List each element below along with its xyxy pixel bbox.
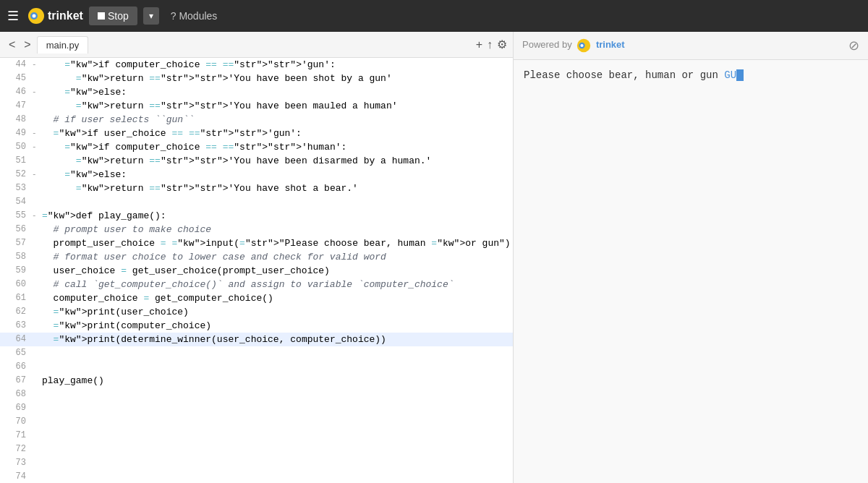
settings-button[interactable]: ⚙ xyxy=(497,38,507,51)
file-tab[interactable]: main.py xyxy=(37,36,89,54)
add-file-button[interactable]: + xyxy=(476,38,482,51)
trinket-small-logo xyxy=(576,38,591,53)
code-line: 50- ="kw">if computer_choice == =="str">… xyxy=(0,140,513,154)
line-content: ="kw">return =="str">"str">'You have bee… xyxy=(42,99,398,113)
code-line: 72 xyxy=(0,443,513,456)
code-line: 67play_game() xyxy=(0,374,513,388)
line-number: 46 xyxy=(3,85,26,99)
line-arrow xyxy=(32,401,39,415)
line-content: play_game() xyxy=(42,374,104,388)
line-arrow xyxy=(32,346,39,360)
hamburger-icon[interactable]: ☰ xyxy=(7,8,19,24)
line-arrow: - xyxy=(32,85,39,99)
line-content: ="kw">if computer_choice == =="str">"str… xyxy=(42,58,336,72)
nav-next-button[interactable]: > xyxy=(21,37,33,53)
line-content: ="kw">print(determine_winner(user_choice… xyxy=(42,333,386,346)
line-content: ="kw">else: xyxy=(42,85,127,99)
code-editor[interactable]: 44- ="kw">if computer_choice == =="str">… xyxy=(0,58,513,483)
line-number: 70 xyxy=(3,415,26,429)
line-number: 52 xyxy=(3,168,26,181)
line-content: ="kw">return =="str">"str">'You have sho… xyxy=(42,181,358,195)
line-number: 64 xyxy=(3,333,26,346)
line-content: ="kw">print(computer_choice) xyxy=(42,319,211,333)
line-number: 49 xyxy=(3,127,26,140)
line-arrow xyxy=(32,360,39,374)
line-content: user_choice = get_user_choice(prompt_use… xyxy=(42,264,330,278)
line-arrow: - xyxy=(32,168,39,181)
line-content: ="kw">if computer_choice == =="str">"str… xyxy=(42,140,346,154)
line-arrow xyxy=(32,429,39,443)
line-number: 53 xyxy=(3,181,26,195)
line-number: 45 xyxy=(3,72,26,85)
trinket-output-name: trinket xyxy=(596,39,625,50)
line-arrow: - xyxy=(32,209,39,223)
line-arrow xyxy=(32,113,39,127)
line-arrow xyxy=(32,154,39,168)
line-content: # if user selects ``gun`` xyxy=(42,113,195,127)
line-arrow xyxy=(32,181,39,195)
line-arrow xyxy=(32,250,39,264)
cancel-output-button[interactable]: ⊘ xyxy=(848,38,859,54)
line-arrow xyxy=(32,470,39,483)
line-number: 60 xyxy=(3,278,26,291)
code-line: 49- ="kw">if user_choice == =="str">"str… xyxy=(0,127,513,140)
code-line: 57 prompt_user_choice = ="kw">input(="st… xyxy=(0,236,513,250)
line-number: 51 xyxy=(3,154,26,168)
line-content: # call `get_computer_choice()` and assig… xyxy=(42,278,454,291)
code-line: 65 xyxy=(0,346,513,360)
upload-button[interactable]: ↑ xyxy=(487,38,493,51)
line-number: 73 xyxy=(3,456,26,470)
line-content: ="kw">else: xyxy=(42,168,127,181)
code-line: 44- ="kw">if computer_choice == =="str">… xyxy=(0,58,513,72)
line-arrow xyxy=(32,443,39,456)
powered-by-label: Powered by trinket xyxy=(522,38,625,53)
line-number: 44 xyxy=(3,58,26,72)
code-line: 51 ="kw">return =="str">"str">'You have … xyxy=(0,154,513,168)
dropdown-button[interactable]: ▾ xyxy=(143,7,159,25)
code-line: 52- ="kw">else: xyxy=(0,168,513,181)
line-number: 72 xyxy=(3,443,26,456)
line-number: 47 xyxy=(3,99,26,113)
stop-label: Stop xyxy=(108,10,129,22)
cursor-input: GU xyxy=(724,69,736,81)
line-arrow: - xyxy=(32,127,39,140)
nav-prev-button[interactable]: < xyxy=(6,37,18,53)
line-arrow xyxy=(32,291,39,305)
line-arrow: - xyxy=(32,140,39,154)
line-number: 55 xyxy=(3,209,26,223)
svg-point-2 xyxy=(33,14,36,18)
code-line: 48 # if user selects ``gun`` xyxy=(0,113,513,127)
code-line: 56 # prompt user to make choice xyxy=(0,223,513,236)
line-arrow xyxy=(32,388,39,401)
line-content: ="kw">return =="str">"str">'You have bee… xyxy=(42,72,392,85)
code-line: 55-="kw">def play_game(): xyxy=(0,209,513,223)
code-line: 70 xyxy=(0,415,513,429)
code-line: 47 ="kw">return =="str">"str">'You have … xyxy=(0,99,513,113)
line-number: 63 xyxy=(3,319,26,333)
logo-area: trinket xyxy=(27,7,83,25)
line-arrow xyxy=(32,305,39,319)
tab-actions: + ↑ ⚙ xyxy=(476,38,507,51)
line-number: 48 xyxy=(3,113,26,127)
line-content: ="kw">if user_choice == =="str">"str">'g… xyxy=(42,127,302,140)
line-content: prompt_user_choice = ="kw">input(="str">… xyxy=(42,236,511,250)
line-number: 50 xyxy=(3,140,26,154)
code-line: 74 xyxy=(0,470,513,483)
stop-button[interactable]: Stop xyxy=(89,7,137,25)
line-arrow xyxy=(32,333,39,346)
line-number: 66 xyxy=(3,360,26,374)
code-line: 73 xyxy=(0,456,513,470)
output-content[interactable]: Please choose bear, human or gun GU xyxy=(514,60,868,483)
output-header: Powered by trinket ⊘ xyxy=(514,32,868,60)
code-line: 63 ="kw">print(computer_choice) xyxy=(0,319,513,333)
modules-button[interactable]: ? Modules xyxy=(165,7,224,25)
code-line: 59 user_choice = get_user_choice(prompt_… xyxy=(0,264,513,278)
line-arrow: - xyxy=(32,58,39,72)
line-content: ="kw">print(user_choice) xyxy=(42,305,189,319)
main-area: < > main.py + ↑ ⚙ 44- ="kw">if computer_… xyxy=(0,32,868,483)
line-content: computer_choice = get_computer_choice() xyxy=(42,291,273,305)
line-arrow xyxy=(32,319,39,333)
logo-text: trinket xyxy=(48,9,83,22)
output-panel: Powered by trinket ⊘ Please choose bear,… xyxy=(514,32,868,483)
stop-icon xyxy=(98,12,105,20)
